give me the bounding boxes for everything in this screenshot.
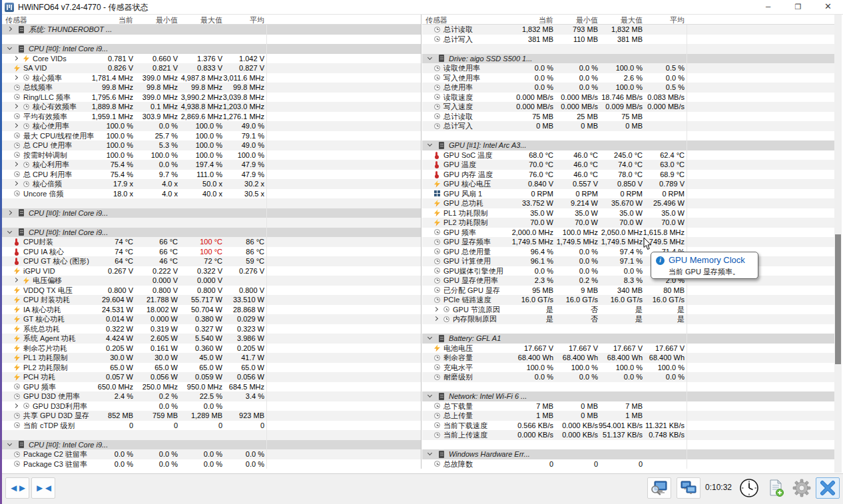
expand-chevron[interactable]	[7, 45, 12, 50]
sensor-row[interactable]: GPU D3D利用率0.0 %0.0 %	[2, 401, 421, 411]
sensor-row[interactable]: PL1 功耗限制35.0 W35.0 W35.0 W35.0 W	[422, 208, 834, 218]
expand-chevron[interactable]	[13, 55, 18, 60]
sensor-row[interactable]: 总计写入0 MB0 MB0 MB	[422, 121, 834, 131]
expand-chevron[interactable]	[13, 403, 18, 407]
minimize-button[interactable]: –	[753, 0, 783, 15]
expand-chevron[interactable]	[13, 123, 18, 128]
sensor-row[interactable]: 系统 Agent 功耗4.424 W2.605 W5.540 W3.986 W	[2, 334, 421, 344]
scrollbar-thumb[interactable]	[835, 234, 841, 364]
section-row[interactable]: CPU [#0]: Intel Core i9...	[2, 44, 421, 54]
sensor-row[interactable]: 剩余芯片功耗0.205 W0.161 W0.360 W0.205 W	[2, 344, 421, 354]
expand-chevron[interactable]	[13, 75, 18, 79]
sensor-row[interactable]: 按需时钟调制100.0 %100.0 %100.0 %100.0 %	[2, 150, 421, 160]
sensor-row[interactable]: GPU SoC 温度68.0 °C46.0 °C245.0 °C62.4 °C	[422, 150, 834, 160]
expand-chevron[interactable]	[427, 451, 432, 455]
sensor-row[interactable]: 读取速度0.000 MB/s0.000 MB/s18.746 MB/s0.083…	[422, 93, 834, 103]
section-row[interactable]: CPU [#0]: Intel Core i9...	[2, 228, 421, 238]
sensor-row[interactable]: 系统总功耗0.322 W0.319 W0.327 W0.323 W	[2, 324, 421, 334]
column-header-4[interactable]: 平均	[211, 15, 264, 25]
section-row[interactable]: Drive: aigo SSD S500 1...	[422, 54, 834, 64]
expand-chevron[interactable]	[7, 441, 12, 445]
section-row[interactable]: CPU [#0]: Intel Core i9...	[2, 208, 421, 218]
expand-chevron[interactable]	[433, 306, 438, 311]
sensor-row[interactable]: Ring/LLC 频率1,795.6 MHz399.0 MHz3,990.2 M…	[2, 93, 421, 103]
sensor-row[interactable]: GPU 总使用量96.4 %0.0 %97.4 %71.4 %	[422, 247, 834, 257]
sensor-row[interactable]: 核心频率1,781.4 MHz399.0 MHz4,987.8 MHz3,011…	[2, 73, 421, 83]
report-log-button[interactable]	[764, 477, 788, 499]
sensor-row[interactable]: 总使用率0.0 %0.0 %100.0 %0.5 %	[422, 83, 834, 93]
sensor-row[interactable]: GPU 节流原因是否是是	[422, 305, 834, 315]
expand-chevron[interactable]	[427, 55, 432, 59]
close-button[interactable]: ✕	[813, 0, 843, 15]
sensor-row[interactable]: 剩余容量68.400 Wh68.400 Wh68.400 Wh68.400 Wh	[422, 353, 834, 363]
sensor-row[interactable]: 核心有效频率1,889.8 MHz0.1 MHz4,938.8 MHz1,203…	[2, 102, 421, 112]
sensor-row[interactable]: 总线频率99.8 MHz99.8 MHz99.8 MHz99.8 MHz	[2, 83, 421, 93]
section-row[interactable]: Battery: GFL A1	[422, 334, 834, 344]
section-row[interactable]: 系统: THUNDEROBOT ...	[2, 25, 421, 35]
sensor-row[interactable]: PL2 功耗限制70.0 W70.0 W70.0 W70.0 W	[422, 218, 834, 228]
sensor-row[interactable]: GPU 温度70.0 °C46.0 °C74.0 °C63.0 °C	[422, 160, 834, 170]
section-row[interactable]: GPU [#1]: Intel Arc A3...	[422, 140, 834, 150]
sensor-row[interactable]: 共享 GPU D3D 显存852 MB759 MB1,289 MB923 MB	[2, 411, 421, 421]
sensor-row[interactable]: 当前 cTDP 级别0000	[2, 421, 421, 431]
section-row[interactable]: Network: Intel Wi-Fi 6 ...	[422, 391, 834, 401]
sensor-row[interactable]: 写入使用率0.0 %0.0 %2.6 %0.0 %	[422, 73, 834, 83]
sensor-row[interactable]: GT 核心功耗0.014 W0.000 W0.380 W0.029 W	[2, 314, 421, 324]
sensor-row[interactable]: GPU 频率2,000.0 MHz100.0 MHz2,050.0 MHz1,6…	[422, 228, 834, 238]
sensor-row[interactable]: PL1 功耗限制30.0 W30.0 W45.0 W41.7 W	[2, 353, 421, 363]
expand-chevron[interactable]	[13, 104, 18, 109]
sensor-row[interactable]: iGPU VID0.267 V0.222 V0.322 V0.276 V	[2, 266, 421, 276]
sensor-row[interactable]: 电池电压17.667 V17.667 V17.667 V17.667 V	[422, 344, 834, 354]
sensor-row[interactable]: SA VID0.826 V0.821 V0.833 V0.827 V	[2, 63, 421, 73]
column-header-4[interactable]: 平均	[631, 15, 685, 25]
sensor-row[interactable]: 当前上传速度0.000 KB/s0.000 KB/s51.137 KB/s0.7…	[422, 430, 834, 440]
sensor-row[interactable]: 耐磨级别0.0 %0.0 %0.0 %0.0 %	[422, 372, 834, 382]
sensor-row[interactable]: 总故障数000	[422, 459, 834, 469]
sensor-row[interactable]: 总计读取75 MB25 MB75 MB	[422, 112, 834, 122]
system-summary-button[interactable]	[647, 477, 671, 499]
sensor-row[interactable]: 最大 CPU/线程使用率100.0 %25.7 %100.0 %79.1 %	[2, 131, 421, 141]
sensor-row[interactable]: 总 CPU 使用率100.0 %5.3 %100.0 %49.0 %	[2, 140, 421, 150]
sensor-row[interactable]: GPU 总功耗33.752 W9.214 W35.670 W25.496 W	[422, 198, 834, 208]
sensor-row[interactable]: GPU 频率650.0 MHz250.0 MHz950.0 MHz684.5 M…	[2, 382, 421, 392]
sensor-row[interactable]: PCH 功耗0.057 W0.056 W0.059 W0.056 W	[2, 372, 421, 382]
sensor-row[interactable]: GPU 显存使用率2.3 %0.2 %8.3 %2.0 %	[422, 276, 834, 286]
sensor-row[interactable]: Package C2 驻留率0.0 %0.0 %0.0 %0.0 %	[2, 449, 421, 459]
expand-chevron[interactable]	[7, 210, 12, 214]
sensor-row[interactable]: GPU 计算使用96.1 %0.0 %97.1 %	[422, 256, 834, 266]
expand-chevron[interactable]	[427, 393, 432, 397]
sensor-row[interactable]: CPU GT 核心 (图形)64 °C46 °C72 °C59 °C	[2, 256, 421, 266]
section-row[interactable]: CPU [#0]: Intel Core i9...	[2, 440, 421, 450]
column-header-sensor[interactable]: 传感器	[425, 15, 447, 25]
settings-button[interactable]	[790, 477, 814, 499]
sensor-row[interactable]: 总下载量7 MB0 MB7 MB	[422, 401, 834, 411]
sensor-row[interactable]: CPU 封装功耗29.604 W21.788 W55.717 W33.510 W	[2, 295, 421, 305]
clock-button[interactable]	[737, 477, 761, 499]
sensor-row[interactable]: 核心利用率75.4 %0.0 %197.4 %47.9 %	[2, 160, 421, 170]
expand-chevron[interactable]	[427, 142, 432, 146]
expand-chevron[interactable]	[13, 181, 18, 186]
sensor-row[interactable]: 总上传量1 MB0 MB1 MB	[422, 411, 834, 421]
sensor-row[interactable]: PL2 功耗限制65.0 W65.0 W65.0 W65.0 W	[2, 363, 421, 373]
sensor-row[interactable]: GPU 风扇 10 RPM0 RPM0 RPM0 RPM	[422, 189, 834, 199]
expand-chevron[interactable]	[427, 335, 432, 340]
sensor-row[interactable]: 写入速度0.000 MB/s0.000 MB/s0.009 MB/s0.000 …	[422, 102, 834, 112]
expand-chevron[interactable]	[433, 316, 438, 321]
sensor-row[interactable]: GPU D3D 使用率2.4 %0.2 %22.5 %3.4 %	[2, 391, 421, 401]
sensor-row[interactable]: 读取使用率0.0 %0.0 %100.0 %0.5 %	[422, 63, 834, 73]
sensor-row[interactable]: 总计读取1,832 MB793 MB1,832 MB	[422, 25, 834, 35]
sensor-row[interactable]: 核心使用率100.0 %0.0 %100.0 %49.0 %	[2, 121, 421, 131]
sensor-row[interactable]: GPU 内存 温度76.0 °C46.0 °C78.0 °C68.9 °C	[422, 170, 834, 180]
sensor-row[interactable]: 电压偏移0.000 V0.000 V	[2, 276, 421, 286]
sensor-row[interactable]: 总 CPU 利用率75.4 %9.7 %111.0 %47.9 %	[2, 170, 421, 180]
sensor-row[interactable]: GPU媒体引擎使用0.0 %0.0 %0.0 %	[422, 266, 834, 276]
maximize-button[interactable]: ❐	[783, 0, 813, 15]
sensor-row[interactable]: CPU IA 核心74 °C66 °C100 °C86 °C	[2, 247, 421, 257]
sensor-row[interactable]: Package C3 驻留率0.0 %0.0 %0.0 %0.0 %	[2, 459, 421, 469]
sensor-row[interactable]: 总计写入381 MB110 MB381 MB	[422, 35, 834, 45]
sensor-row[interactable]: 当前下载速度0.566 KB/s0.000 KB/s954.001 KB/s11…	[422, 421, 834, 431]
expand-chevron[interactable]	[7, 27, 12, 31]
sensor-row[interactable]: 充电水平100.0 %100.0 %100.0 %100.0 %	[422, 363, 834, 373]
sensor-row[interactable]: GPU 显存频率1,749.5 MHz1,749.5 MHz1,749.5 MH…	[422, 237, 834, 247]
sensor-row[interactable]: 核心倍频17.9 x4.0 x50.0 x30.2 x	[2, 179, 421, 189]
